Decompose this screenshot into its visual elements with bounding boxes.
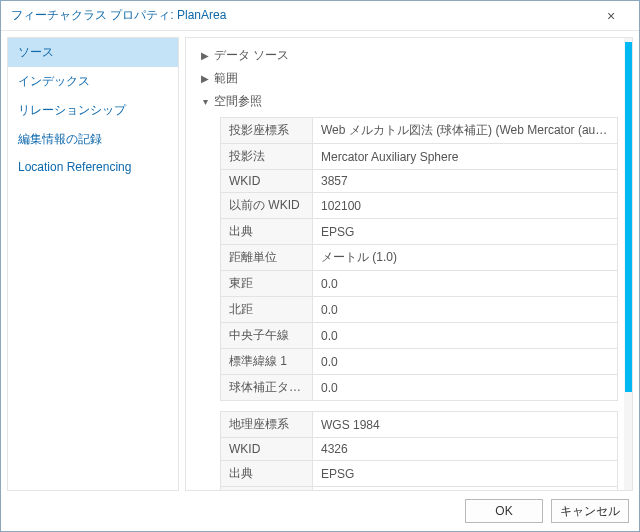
section-data-source[interactable]: ▶ データ ソース	[200, 44, 618, 67]
prop-value: Mercator Auxiliary Sphere	[313, 144, 618, 170]
table-row: 距離単位メートル (1.0)	[221, 245, 618, 271]
sidebar-item-location-referencing[interactable]: Location Referencing	[8, 154, 178, 180]
table-row: 北距0.0	[221, 297, 618, 323]
cancel-button[interactable]: キャンセル	[551, 499, 629, 523]
scrollbar-track[interactable]	[624, 38, 632, 490]
scrollbar-thumb[interactable]	[625, 42, 632, 392]
sidebar-item-index[interactable]: インデックス	[8, 67, 178, 96]
prop-key: 距離単位	[221, 245, 313, 271]
table-row: 中央子午線0.0	[221, 323, 618, 349]
prop-value: EPSG	[313, 219, 618, 245]
titlebar: フィーチャクラス プロパティ: PlanArea ×	[1, 1, 639, 31]
prop-value: メートル (1.0)	[313, 245, 618, 271]
table-row: 地理座標系WGS 1984	[221, 412, 618, 438]
table-row: 投影法Mercator Auxiliary Sphere	[221, 144, 618, 170]
table-row: 以前の WKID102100	[221, 193, 618, 219]
prop-key: WKID	[221, 438, 313, 461]
close-icon: ×	[607, 8, 615, 24]
prop-value: 102100	[313, 193, 618, 219]
prop-value: 0.0	[313, 349, 618, 375]
table-row: 出典EPSG	[221, 461, 618, 487]
prop-value: 0.0	[313, 297, 618, 323]
prop-value: 0.0	[313, 271, 618, 297]
prop-key: 球体補正タイプ	[221, 375, 313, 401]
table-row: 投影座標系Web メルカトル図法 (球体補正) (Web Mercator (a…	[221, 118, 618, 144]
table-row: WKID3857	[221, 170, 618, 193]
sidebar-item-source[interactable]: ソース	[8, 38, 178, 67]
window-title: フィーチャクラス プロパティ: PlanArea	[11, 7, 589, 24]
prop-key: 出典	[221, 461, 313, 487]
prop-key: 中央子午線	[221, 323, 313, 349]
close-button[interactable]: ×	[589, 5, 633, 27]
prop-key: 以前の WKID	[221, 193, 313, 219]
table-row: WKID4326	[221, 438, 618, 461]
prop-key: 投影法	[221, 144, 313, 170]
prop-key: 投影座標系	[221, 118, 313, 144]
prop-value: 0.0	[313, 375, 618, 401]
section-label: 空間参照	[214, 93, 262, 110]
dialog-body: ソース インデックス リレーションシップ 編集情報の記録 Location Re…	[1, 31, 639, 491]
prop-value: 0.0	[313, 323, 618, 349]
sidebar: ソース インデックス リレーションシップ 編集情報の記録 Location Re…	[7, 37, 179, 491]
table-row: 角度単位Degree (0.0174532925199433)	[221, 487, 618, 491]
ok-button[interactable]: OK	[465, 499, 543, 523]
prop-value: 4326	[313, 438, 618, 461]
projected-cs-table: 投影座標系Web メルカトル図法 (球体補正) (Web Mercator (a…	[220, 117, 618, 401]
prop-key: 角度単位	[221, 487, 313, 491]
prop-value: 3857	[313, 170, 618, 193]
table-row: 標準緯線 10.0	[221, 349, 618, 375]
chevron-down-icon: ▾	[200, 96, 210, 107]
prop-key: 出典	[221, 219, 313, 245]
table-row: 東距0.0	[221, 271, 618, 297]
dialog-footer: OK キャンセル	[1, 491, 639, 531]
prop-value: EPSG	[313, 461, 618, 487]
section-spatial-reference[interactable]: ▾ 空間参照	[200, 90, 618, 113]
sidebar-item-editor-tracking[interactable]: 編集情報の記録	[8, 125, 178, 154]
geographic-cs-table: 地理座標系WGS 1984 WKID4326 出典EPSG 角度単位Degree…	[220, 411, 618, 490]
sidebar-item-relationship[interactable]: リレーションシップ	[8, 96, 178, 125]
dialog-window: フィーチャクラス プロパティ: PlanArea × ソース インデックス リレ…	[0, 0, 640, 532]
prop-key: 北距	[221, 297, 313, 323]
prop-key: 標準緯線 1	[221, 349, 313, 375]
table-row: 球体補正タイプ0.0	[221, 375, 618, 401]
table-row: 出典EPSG	[221, 219, 618, 245]
content-panel: ▶ データ ソース ▶ 範囲 ▾ 空間参照 投影座標系Web メルカトル図法 (…	[185, 37, 633, 491]
prop-value: Degree (0.0174532925199433)	[313, 487, 618, 491]
chevron-right-icon: ▶	[200, 50, 210, 61]
prop-value: WGS 1984	[313, 412, 618, 438]
section-extent[interactable]: ▶ 範囲	[200, 67, 618, 90]
prop-key: 東距	[221, 271, 313, 297]
section-label: 範囲	[214, 70, 238, 87]
prop-key: WKID	[221, 170, 313, 193]
prop-key: 地理座標系	[221, 412, 313, 438]
prop-value: Web メルカトル図法 (球体補正) (Web Mercator (auxili…	[313, 118, 618, 144]
section-label: データ ソース	[214, 47, 289, 64]
content-scroll[interactable]: ▶ データ ソース ▶ 範囲 ▾ 空間参照 投影座標系Web メルカトル図法 (…	[186, 38, 632, 490]
chevron-right-icon: ▶	[200, 73, 210, 84]
